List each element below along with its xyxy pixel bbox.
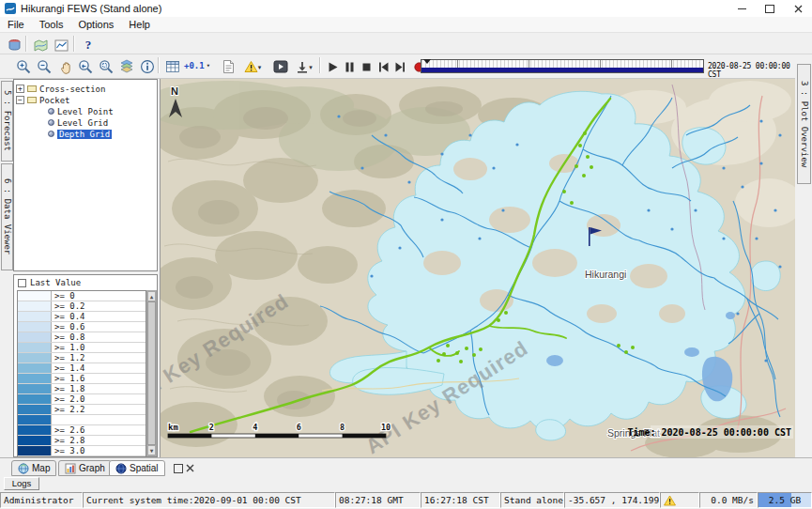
legend-swatch <box>18 384 52 393</box>
tree-node-cross-section[interactable]: + Cross-section <box>16 84 105 94</box>
legend-swatch <box>18 415 52 424</box>
save-display-button[interactable]: ▾ <box>291 56 317 77</box>
legend-swatch <box>18 425 52 435</box>
tree-node-label: Cross-section <box>39 85 105 94</box>
scale-tick: 2 <box>209 423 214 432</box>
movie-export-button[interactable] <box>270 56 291 77</box>
menu-tools[interactable]: Tools <box>32 18 71 31</box>
contour-interval-value: +0.1 <box>184 61 205 70</box>
north-label: N <box>171 85 178 97</box>
menu-options[interactable]: Options <box>70 18 121 31</box>
collapse-icon[interactable]: − <box>16 96 24 104</box>
legend-label: >= 1.8 <box>52 384 85 393</box>
database-button[interactable] <box>4 35 24 55</box>
minimize-button[interactable] <box>728 0 756 17</box>
legend-scrollbar[interactable]: ▲ ▼ <box>146 290 157 456</box>
skip-to-start-button[interactable] <box>374 56 392 77</box>
status-gmt-time: 08:27:18 GMT <box>335 492 421 508</box>
expand-icon[interactable]: + <box>16 85 24 93</box>
scrollbar-thumb[interactable] <box>147 301 156 445</box>
main-area: 5 : Forecast 6 : Data Viewer + Cross-sec… <box>0 79 812 457</box>
zoom-previous-icon <box>78 59 93 74</box>
scroll-down-icon[interactable]: ▼ <box>147 445 156 455</box>
skip-to-end-button[interactable] <box>391 56 409 77</box>
tree-node-level-point[interactable]: Level Point <box>48 106 114 116</box>
zoom-out-button[interactable] <box>34 56 54 77</box>
time-slider[interactable] <box>421 59 704 73</box>
grid-display-button[interactable] <box>162 56 183 77</box>
zoom-extent-button[interactable] <box>96 56 116 77</box>
map-display-button[interactable] <box>30 35 51 55</box>
panel-maximize-button[interactable] <box>173 463 183 473</box>
database-icon <box>8 39 22 53</box>
legend-swatch <box>18 322 52 332</box>
close-button[interactable] <box>784 0 812 17</box>
sidebar-tab-data-viewer[interactable]: 6 : Data Viewer <box>1 163 13 270</box>
logs-row: Logs <box>0 476 812 491</box>
tab-spatial[interactable]: Spatial <box>109 460 165 476</box>
logs-button[interactable]: Logs <box>4 477 39 490</box>
pan-button[interactable] <box>54 56 75 77</box>
chart-icon <box>65 463 76 474</box>
chevron-down-icon: ▾ <box>207 63 210 69</box>
map-viewport[interactable]: API Key Required API Key Required Hikura… <box>160 79 796 457</box>
legend-panel: Last Value >= 0 >= 0.2 >= 0.4 >= 0.6 >= … <box>13 274 158 457</box>
menu-file[interactable]: File <box>0 18 32 31</box>
stop-button[interactable] <box>357 56 375 77</box>
timeseries-display-icon <box>54 39 69 52</box>
zoom-previous-button[interactable] <box>75 56 96 77</box>
map-town-label: Hikurangi <box>585 269 626 280</box>
filter-tree-panel: + Cross-section − Pocket Level Point Lev… <box>13 79 158 271</box>
play-button[interactable] <box>323 56 342 77</box>
legend-swatch <box>18 332 52 342</box>
stop-icon <box>360 61 373 73</box>
zoom-in-icon <box>16 59 31 74</box>
timeseries-display-button[interactable] <box>51 35 71 55</box>
zoom-extent-icon <box>99 59 114 74</box>
title-bar: Hikurangi FEWS (Stand alone) <box>0 0 812 17</box>
status-warning-cell[interactable] <box>660 492 699 508</box>
play-icon <box>327 61 339 73</box>
scroll-up-icon[interactable]: ▲ <box>147 291 156 301</box>
time-slider-loaded-range <box>421 68 703 72</box>
maximize-button[interactable] <box>756 0 784 17</box>
panel-close-button[interactable] <box>185 463 195 473</box>
pause-button[interactable] <box>340 56 359 77</box>
map-toolbar: +0.1 ▾ ▾ ▾ <box>0 54 812 79</box>
tree-node-pocket[interactable]: − Pocket <box>16 95 70 105</box>
legend-table: >= 0 >= 0.2 >= 0.4 >= 0.6 >= 0.8 >= 1.0 … <box>17 290 146 456</box>
node-bullet-icon <box>48 119 54 126</box>
close-icon <box>186 464 194 472</box>
info-button[interactable] <box>137 56 158 77</box>
app-icon <box>5 3 16 14</box>
legend-swatch <box>18 374 52 383</box>
help-button[interactable]: ? <box>78 35 99 55</box>
thresholds-warning-button[interactable]: ▾ <box>238 56 267 77</box>
tab-map[interactable]: Map <box>11 460 56 476</box>
layers-button[interactable] <box>116 56 137 77</box>
window-title: Hikurangi FEWS (Stand alone) <box>21 3 161 14</box>
status-bar: Administrator Current system time:2020-0… <box>0 491 812 509</box>
status-coordinates: -35.657 , 174.199 <box>564 492 660 508</box>
time-slider-cursor[interactable] <box>423 59 431 64</box>
skip-start-icon <box>377 61 390 73</box>
tree-node-depth-grid[interactable]: Depth Grid <box>48 129 112 139</box>
close-icon <box>794 5 803 13</box>
menu-help[interactable]: Help <box>121 18 158 31</box>
last-value-checkbox[interactable] <box>18 279 26 287</box>
warning-icon <box>244 60 258 73</box>
zoom-in-button[interactable] <box>13 56 34 77</box>
pan-hand-icon <box>57 59 72 74</box>
sidebar-tab-forecast[interactable]: 5 : Forecast <box>1 81 13 162</box>
tab-graph[interactable]: Graph <box>58 460 112 476</box>
right-tab-strip: 3 : Plot Overview <box>795 62 812 457</box>
scale-tick: 10 <box>381 423 391 432</box>
sidebar-tab-plot-overview[interactable]: 3 : Plot Overview <box>797 64 811 184</box>
legend-swatch <box>18 343 52 352</box>
legend-title: Last Value <box>30 278 81 287</box>
profile-display-button[interactable] <box>218 56 238 77</box>
folder-icon <box>27 85 37 92</box>
contour-interval-control[interactable]: +0.1 ▾ <box>184 61 210 70</box>
pause-icon <box>344 61 356 73</box>
tree-node-level-grid[interactable]: Level Grid <box>48 117 108 128</box>
